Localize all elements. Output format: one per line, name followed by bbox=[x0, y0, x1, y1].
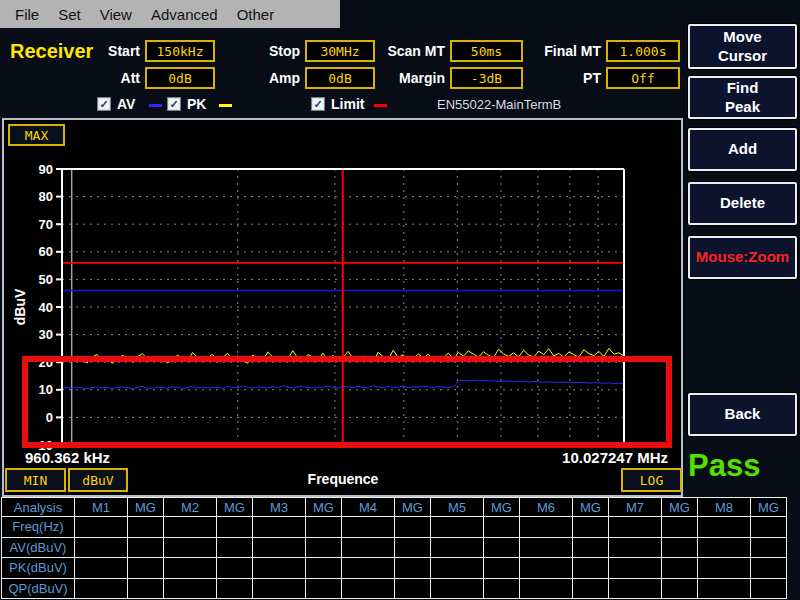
table-cell bbox=[342, 558, 395, 579]
table-cell bbox=[342, 579, 395, 600]
table-cell bbox=[662, 579, 698, 600]
trace-color-swatch-av bbox=[149, 104, 162, 107]
field-label-start: Start bbox=[50, 43, 140, 59]
table-cell bbox=[484, 558, 520, 579]
back-button[interactable]: Back bbox=[688, 393, 797, 436]
trace-checkbox-av[interactable]: ✓ bbox=[97, 97, 111, 111]
table-header-cell: MG bbox=[573, 498, 609, 517]
table-cell bbox=[128, 558, 164, 579]
table-header-cell: M5 bbox=[431, 498, 484, 517]
table-cell bbox=[306, 558, 342, 579]
unit-dbuv-button[interactable]: dBuV bbox=[68, 468, 128, 492]
min-button[interactable]: MIN bbox=[5, 468, 66, 492]
y-tick-label: 30 bbox=[39, 327, 53, 342]
menu-item-set[interactable]: Set bbox=[58, 6, 81, 23]
table-row-label: AV(dBuV) bbox=[2, 538, 75, 559]
table-header-cell: MG bbox=[128, 498, 164, 517]
table-cell bbox=[395, 517, 431, 538]
table-cell bbox=[609, 579, 662, 600]
trace-label-pk: PK bbox=[187, 96, 206, 112]
table-header-cell: MG bbox=[751, 498, 787, 517]
table-cell bbox=[253, 517, 306, 538]
table-cell bbox=[395, 538, 431, 559]
table-cell bbox=[698, 579, 751, 600]
field-value-start[interactable]: 150kHz bbox=[145, 40, 215, 62]
table-header-cell: MG bbox=[484, 498, 520, 517]
table-cell bbox=[609, 517, 662, 538]
field-label-margin: Margin bbox=[355, 70, 445, 86]
field-value-att[interactable]: 0dB bbox=[145, 67, 215, 89]
x-axis-label: Frequence bbox=[243, 471, 443, 487]
menu-item-advanced[interactable]: Advanced bbox=[151, 6, 218, 23]
table-header-cell: M3 bbox=[253, 498, 306, 517]
x-start-readout: 960.362 kHz bbox=[25, 449, 110, 466]
table-cell bbox=[698, 517, 751, 538]
menubar: FileSetViewAdvancedOther bbox=[0, 0, 340, 28]
analysis-table: AnalysisM1MGM2MGM3MGM4MGM5MGM6MGM7MGM8MG… bbox=[1, 497, 787, 599]
table-cell bbox=[573, 579, 609, 600]
table-header-cell: M6 bbox=[520, 498, 573, 517]
table-cell bbox=[662, 538, 698, 559]
add-button[interactable]: Add bbox=[688, 128, 797, 171]
table-cell bbox=[751, 517, 787, 538]
field-label-stop: Stop bbox=[210, 43, 300, 59]
field-label-scan-mt: Scan MT bbox=[355, 43, 445, 59]
table-row-label: QP(dBuV) bbox=[2, 579, 75, 600]
trace-checkbox-pk[interactable]: ✓ bbox=[167, 97, 181, 111]
y-tick-label: 60 bbox=[39, 244, 53, 259]
trace-label-av: AV bbox=[117, 96, 135, 112]
table-cell bbox=[520, 558, 573, 579]
table-cell bbox=[217, 538, 253, 559]
table-cell bbox=[573, 538, 609, 559]
app-root: FileSetViewAdvancedOther Receiver Start1… bbox=[0, 0, 800, 600]
delete-button[interactable]: Delete bbox=[688, 182, 797, 225]
menu-item-other[interactable]: Other bbox=[237, 6, 275, 23]
trace-label-limit: Limit bbox=[331, 96, 364, 112]
table-cell bbox=[128, 517, 164, 538]
table-cell bbox=[395, 558, 431, 579]
menu-item-view[interactable]: View bbox=[100, 6, 132, 23]
find-peak-button[interactable]: Find Peak bbox=[688, 76, 797, 119]
table-cell bbox=[128, 538, 164, 559]
table-cell bbox=[431, 579, 484, 600]
table-cell bbox=[253, 579, 306, 600]
field-label-amp: Amp bbox=[210, 70, 300, 86]
field-value-pt[interactable]: Off bbox=[606, 67, 680, 89]
table-cell bbox=[662, 558, 698, 579]
table-cell bbox=[217, 579, 253, 600]
limit-standard-label: EN55022-MainTermB bbox=[437, 97, 561, 112]
table-cell bbox=[253, 558, 306, 579]
move-cursor-button[interactable]: Move Cursor bbox=[688, 24, 797, 69]
table-cell bbox=[75, 538, 128, 559]
table-cell bbox=[75, 579, 128, 600]
table-header-cell: MG bbox=[395, 498, 431, 517]
table-header-cell: MG bbox=[217, 498, 253, 517]
table-row-label: Freq(Hz) bbox=[2, 517, 75, 538]
x-end-readout: 10.027247 MHz bbox=[468, 449, 668, 466]
log-button[interactable]: LOG bbox=[621, 468, 682, 492]
table-header-cell: MG bbox=[662, 498, 698, 517]
mouse-zoom-button[interactable]: Mouse:Zoom bbox=[688, 236, 797, 279]
table-cell bbox=[431, 517, 484, 538]
table-cell bbox=[698, 558, 751, 579]
table-cell bbox=[75, 558, 128, 579]
y-tick-label: 40 bbox=[39, 300, 53, 315]
field-value-final-mt[interactable]: 1.000s bbox=[606, 40, 680, 62]
table-header-cell: M4 bbox=[342, 498, 395, 517]
y-axis-label: dBuV bbox=[12, 288, 28, 325]
table-cell bbox=[342, 517, 395, 538]
table-cell bbox=[164, 558, 217, 579]
table-cell bbox=[698, 538, 751, 559]
table-row-label: PK(dBuV) bbox=[2, 558, 75, 579]
table-cell bbox=[520, 538, 573, 559]
table-cell bbox=[164, 538, 217, 559]
table-cell bbox=[395, 579, 431, 600]
table-header-cell: M8 bbox=[698, 498, 751, 517]
table-cell bbox=[484, 538, 520, 559]
trace-checkbox-limit[interactable]: ✓ bbox=[311, 97, 325, 111]
table-cell bbox=[128, 579, 164, 600]
table-cell bbox=[484, 517, 520, 538]
menu-item-file[interactable]: File bbox=[15, 6, 39, 23]
table-cell bbox=[306, 517, 342, 538]
table-header-cell: M2 bbox=[164, 498, 217, 517]
